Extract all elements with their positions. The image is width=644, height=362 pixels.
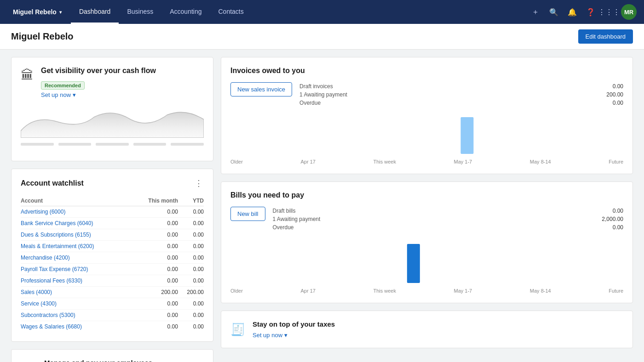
- watchlist-month-val: 0.00: [132, 241, 178, 252]
- watchlist-month-val: 0.00: [132, 264, 178, 275]
- watchlist-ytd-val: 0.00: [178, 206, 204, 218]
- watchlist-account-name[interactable]: Sales (4000): [21, 287, 132, 298]
- watchlist-account-name[interactable]: Service (4300): [21, 298, 132, 310]
- chart-label: This week: [373, 288, 396, 294]
- page-header: Miguel Rebelo Edit dashboard: [0, 24, 644, 50]
- watchlist-row[interactable]: Bank Service Charges (6040) 0.00 0.00: [21, 218, 204, 229]
- chart-label: Older: [230, 159, 243, 164]
- main-content: 🏛 Get visibility over your cash flow Rec…: [0, 50, 644, 362]
- watchlist-account-name[interactable]: Bank Service Charges (6040): [21, 218, 132, 229]
- watchlist-more-icon[interactable]: ⋮: [195, 178, 204, 188]
- cashflow-chart: [21, 106, 204, 152]
- taxes-chevron-icon: ▾: [284, 332, 288, 339]
- brand-chevron: ▾: [59, 10, 62, 15]
- brand-name: Miguel Rebelo: [13, 8, 57, 16]
- cashflow-chevron-icon: ▾: [73, 91, 76, 98]
- watchlist-row[interactable]: Professional Fees (6330) 0.00 0.00: [21, 275, 204, 287]
- invoice-stat-row: Draft invoices0.00: [299, 82, 623, 90]
- nav-icons: ＋ 🔍 🔔 ❓ ⋮⋮⋮ MR: [527, 4, 637, 20]
- brand-dropdown[interactable]: Miguel Rebelo ▾: [7, 8, 67, 16]
- grid-icon[interactable]: ⋮⋮⋮: [601, 4, 617, 20]
- watchlist-row[interactable]: Advertising (6000) 0.00 0.00: [21, 206, 204, 218]
- invoices-chart: OlderApr 17This weekMay 1-7May 8-14Futur…: [230, 114, 623, 164]
- watchlist-account-name[interactable]: Payroll Tax Expense (6720): [21, 264, 132, 275]
- edit-dashboard-button[interactable]: Edit dashboard: [578, 29, 633, 44]
- bills-chart-labels: OlderApr 17This weekMay 1-7May 8-14Futur…: [230, 288, 623, 294]
- watchlist-ytd-val: 0.00: [178, 275, 204, 287]
- watchlist-account-name[interactable]: Advertising (6000): [21, 206, 132, 218]
- chart-label: Older: [230, 288, 243, 294]
- chart-label: Apr 17: [300, 288, 315, 294]
- stat-label: Draft bills: [273, 208, 296, 214]
- add-icon[interactable]: ＋: [527, 4, 544, 20]
- stat-label: 1 Awaiting payment: [273, 216, 321, 222]
- col-ytd: YTD: [178, 196, 204, 206]
- col-account: Account: [21, 196, 132, 206]
- stat-value: 0.00: [596, 100, 623, 106]
- watchlist-account-name[interactable]: Professional Fees (6330): [21, 275, 132, 287]
- invoice-stat-row: Overdue0.00: [299, 99, 623, 107]
- watchlist-ytd-val: 0.00: [178, 241, 204, 252]
- payroll-card: 👥 Manage and pay your employees Set up n…: [11, 349, 213, 362]
- chart-label: May 1-7: [454, 288, 472, 294]
- nav-contacts[interactable]: Contacts: [210, 0, 252, 24]
- chart-label: Future: [609, 159, 623, 164]
- stat-value: 0.00: [596, 208, 623, 214]
- search-icon[interactable]: 🔍: [546, 4, 562, 20]
- watchlist-month-val: 0.00: [132, 298, 178, 310]
- chart-label: May 1-7: [454, 159, 472, 164]
- watchlist-row[interactable]: Merchandise (4200) 0.00 0.00: [21, 252, 204, 264]
- watchlist-account-name[interactable]: Dues & Subscriptions (6155): [21, 229, 132, 241]
- nav-dashboard[interactable]: Dashboard: [71, 0, 119, 24]
- chart-label: May 8-14: [530, 288, 551, 294]
- cashflow-title: Get visibility over your cash flow: [41, 67, 156, 75]
- watchlist-account-name[interactable]: Subcontractors (5300): [21, 310, 132, 321]
- watchlist-month-val: 0.00: [132, 310, 178, 321]
- new-bill-button[interactable]: New bill: [230, 207, 265, 221]
- watchlist-account-name[interactable]: Merchandise (4200): [21, 252, 132, 264]
- nav-business[interactable]: Business: [119, 0, 161, 24]
- bank-icon: 🏛: [21, 68, 34, 83]
- invoices-title: Invoices owed to you: [230, 67, 623, 75]
- help-icon[interactable]: ❓: [582, 4, 599, 20]
- invoices-card: Invoices owed to you New sales invoice D…: [221, 57, 633, 174]
- stat-label: Overdue: [299, 100, 321, 106]
- watchlist-row[interactable]: Service (4300) 0.00 0.00: [21, 298, 204, 310]
- watchlist-account-name[interactable]: Meals & Entertainment (6200): [21, 241, 132, 252]
- taxes-card: 🧾 Stay on top of your taxes Set up now ▾: [221, 311, 633, 348]
- navbar: Miguel Rebelo ▾ Dashboard Business Accou…: [0, 0, 644, 24]
- nav-links: Dashboard Business Accounting Contacts: [71, 0, 252, 24]
- watchlist-row[interactable]: Dues & Subscriptions (6155) 0.00 0.00: [21, 229, 204, 241]
- bell-icon[interactable]: 🔔: [564, 4, 581, 20]
- chart-label: Future: [609, 288, 623, 294]
- watchlist-month-val: 0.00: [132, 252, 178, 264]
- cashflow-setup-link[interactable]: Set up now ▾: [41, 91, 76, 98]
- avatar[interactable]: MR: [621, 4, 637, 20]
- stat-value: 2,000.00: [596, 216, 623, 222]
- watchlist-row[interactable]: Payroll Tax Expense (6720) 0.00 0.00: [21, 264, 204, 275]
- nav-accounting[interactable]: Accounting: [161, 0, 210, 24]
- svg-rect-0: [460, 117, 473, 154]
- watchlist-month-val: 0.00: [132, 206, 178, 218]
- watchlist-row[interactable]: Meals & Entertainment (6200) 0.00 0.00: [21, 241, 204, 252]
- chart-label: May 8-14: [530, 159, 551, 164]
- bill-stat-row: 1 Awaiting payment2,000.00: [273, 215, 623, 223]
- chart-labels: [21, 143, 204, 146]
- invoice-stat-row: 1 Awaiting payment200.00: [299, 90, 623, 99]
- stat-label: Overdue: [273, 224, 294, 231]
- watchlist-ytd-val: 0.00: [178, 252, 204, 264]
- watchlist-row[interactable]: Subcontractors (5300) 0.00 0.00: [21, 310, 204, 321]
- watchlist-account-name[interactable]: Wages & Salaries (6680): [21, 321, 132, 333]
- stat-value: 0.00: [596, 83, 623, 90]
- new-sales-invoice-button[interactable]: New sales invoice: [230, 82, 292, 96]
- watchlist-ytd-val: 0.00: [178, 321, 204, 333]
- stat-label: Draft invoices: [299, 83, 333, 90]
- right-column: Invoices owed to you New sales invoice D…: [221, 57, 633, 362]
- watchlist-ytd-val: 0.00: [178, 310, 204, 321]
- watchlist-row[interactable]: Sales (4000) 200.00 200.00: [21, 287, 204, 298]
- recommended-badge: Recommended: [41, 81, 85, 90]
- stat-label: 1 Awaiting payment: [299, 91, 347, 98]
- watchlist-row[interactable]: Wages & Salaries (6680) 0.00 0.00: [21, 321, 204, 333]
- bills-card: Bills you need to pay New bill Draft bil…: [221, 181, 633, 303]
- taxes-setup-link[interactable]: Set up now ▾: [253, 332, 288, 339]
